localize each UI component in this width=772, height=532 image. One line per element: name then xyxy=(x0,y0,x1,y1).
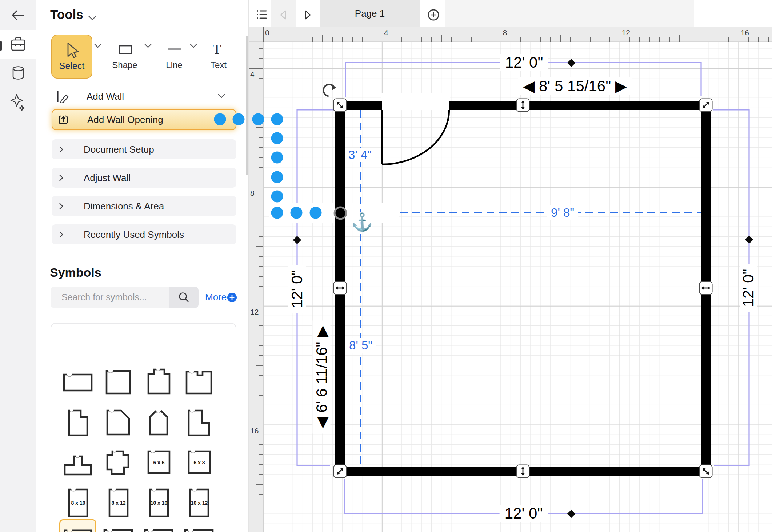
canvas-grid[interactable] xyxy=(263,42,772,532)
toolbox-icon[interactable] xyxy=(12,38,25,51)
ruler-tick xyxy=(689,37,689,42)
ruler-tick xyxy=(649,37,650,42)
line-tool-label[interactable]: Line xyxy=(166,60,182,70)
room-outline-6x6[interactable]: 6 x 6 xyxy=(140,444,177,480)
room-outline-two-notches[interactable] xyxy=(180,364,217,400)
ruler-tick xyxy=(249,187,263,188)
section-label: Recently Used Symbols xyxy=(84,229,184,240)
line-dropdown-chevron-icon[interactable] xyxy=(189,43,200,49)
more-symbols-link[interactable]: More xyxy=(205,292,227,303)
room-outline-step-right[interactable] xyxy=(59,404,96,440)
ruler-tick xyxy=(256,127,263,128)
ruler-tick xyxy=(382,27,383,42)
ruler-tick xyxy=(259,444,263,445)
ruler-tick xyxy=(491,37,492,42)
back-arrow-icon[interactable] xyxy=(12,11,23,20)
tools-panel: Tools Select Shape Line T Text Add Wall xyxy=(36,0,249,532)
ruler-number: 4 xyxy=(384,28,388,37)
line-tool-icon[interactable] xyxy=(167,45,183,52)
ruler-tick xyxy=(259,454,263,455)
ruler-tick xyxy=(259,375,263,376)
room-outline-size-label: 10 x 12 xyxy=(191,500,208,506)
more-symbols-plus-icon[interactable] xyxy=(227,292,238,303)
shape-tool-label[interactable]: Shape xyxy=(112,60,137,70)
room-outline-rect-wide[interactable] xyxy=(100,519,137,532)
ruler-tick xyxy=(560,35,561,42)
ruler-tick xyxy=(249,68,263,69)
chevron-right-icon xyxy=(59,203,64,211)
ruler-tick xyxy=(699,37,700,42)
symbol-search-input[interactable] xyxy=(51,287,169,308)
add-page-plus-icon[interactable] xyxy=(428,10,439,20)
ruler-tick xyxy=(739,27,739,42)
room-outline-8x10[interactable]: 8 x 10 xyxy=(59,484,96,521)
room-outline-10x12[interactable]: 10 x 12 xyxy=(180,484,217,521)
select-tool-button[interactable]: Select xyxy=(51,35,92,79)
ruler-tick xyxy=(421,37,422,42)
ruler-tick xyxy=(322,35,323,42)
text-tool-icon[interactable]: T xyxy=(213,41,221,57)
room-outline-square[interactable] xyxy=(100,364,137,400)
room-outline-rect-wide[interactable] xyxy=(180,519,217,532)
ruler-tick xyxy=(259,316,263,316)
dimension-right: 12' 0" xyxy=(740,264,757,312)
ruler-number: 12 xyxy=(250,308,259,316)
ruler-tick xyxy=(511,37,511,42)
room-outline-chamfer[interactable] xyxy=(100,404,137,440)
ruler-tick xyxy=(259,494,263,495)
section-adjust-wall[interactable]: Adjust Wall xyxy=(52,168,236,188)
ruler-tick xyxy=(259,177,263,178)
ruler-tick xyxy=(259,395,263,396)
room-outline-top-bump[interactable] xyxy=(140,364,177,400)
ruler-tick xyxy=(293,37,293,42)
room-outline-rect-wide[interactable] xyxy=(59,519,96,532)
tools-chevron-down-icon[interactable] xyxy=(87,15,102,23)
room-outline-peak[interactable] xyxy=(140,404,177,440)
room-outline-rect-wide[interactable] xyxy=(59,364,96,400)
ruler-tick xyxy=(600,37,600,42)
ruler-tick xyxy=(259,355,263,356)
room-outline-8x12[interactable]: 8 x 12 xyxy=(100,484,137,521)
select-dropdown-chevron-icon[interactable] xyxy=(94,43,105,49)
guide-label-8-5: 8' 5" xyxy=(345,338,376,353)
room-outline-l-shape[interactable] xyxy=(180,404,217,440)
ruler-number: 16 xyxy=(250,427,259,435)
symbol-search-button[interactable] xyxy=(169,287,199,308)
ruler-tick xyxy=(259,108,263,108)
database-icon[interactable] xyxy=(13,67,23,79)
shape-dropdown-chevron-icon[interactable] xyxy=(144,43,155,49)
ruler-tick xyxy=(768,37,769,42)
ruler-tick xyxy=(620,27,620,42)
panel-title: Tools xyxy=(50,7,83,22)
page-list-icon[interactable] xyxy=(257,10,266,19)
section-document-setup[interactable]: Document Setup xyxy=(52,139,236,159)
select-tool-label: Select xyxy=(59,61,84,71)
sparkles-icon[interactable] xyxy=(11,95,24,111)
add-wall-pen-icon xyxy=(57,90,70,103)
shape-tool-icon[interactable] xyxy=(118,44,133,55)
room-outline-rect-wide[interactable] xyxy=(140,519,177,532)
next-page-icon[interactable] xyxy=(305,11,310,19)
room-outline-size-label: 8 x 12 xyxy=(112,500,126,506)
ruler-tick xyxy=(259,78,263,79)
add-wall-chevron-icon[interactable] xyxy=(217,93,228,100)
ruler-number: 12 xyxy=(622,28,630,37)
text-tool-label[interactable]: Text xyxy=(211,60,227,70)
ruler-tick xyxy=(259,157,263,158)
section-dimensions-area[interactable]: Dimensions & Area xyxy=(52,196,236,216)
ruler-tick xyxy=(550,37,551,42)
add-wall-opening-button[interactable]: Add Wall Opening xyxy=(52,109,236,130)
add-wall-button[interactable]: Add Wall xyxy=(52,89,236,105)
ruler-tick xyxy=(259,197,263,197)
ruler-tick xyxy=(259,415,263,415)
ruler-tick xyxy=(259,88,263,88)
room-outline-cross[interactable] xyxy=(100,444,137,480)
ruler-tick xyxy=(259,117,263,118)
section-recently-used-symbols[interactable]: Recently Used Symbols xyxy=(52,224,236,244)
panel-scrollbar[interactable] xyxy=(246,36,248,175)
room-outline-10x10[interactable]: 10 x 10 xyxy=(140,484,177,521)
ruler-tick xyxy=(303,37,303,42)
room-outline-6x8[interactable]: 6 x 8 xyxy=(180,444,217,480)
room-outline-t-shape[interactable] xyxy=(59,444,96,480)
ruler-tick xyxy=(520,37,521,42)
